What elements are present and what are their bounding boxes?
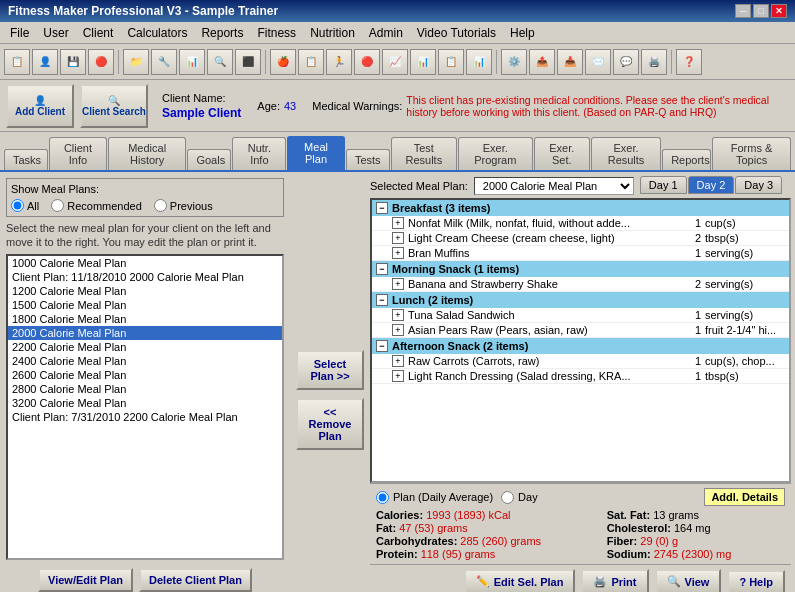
tab-tests[interactable]: Tests: [346, 149, 390, 170]
meal-list-item[interactable]: 2000 Calorie Meal Plan: [8, 326, 282, 340]
print-button[interactable]: 🖨️ Print: [581, 569, 648, 592]
tab-meal-plan[interactable]: Meal Plan: [287, 136, 344, 170]
delete-client-plan-button[interactable]: Delete Client Plan: [139, 568, 252, 592]
row-expand-icon[interactable]: +: [392, 247, 404, 259]
expand-icon[interactable]: −: [376, 263, 388, 275]
toolbar-btn-8[interactable]: 🔍: [207, 49, 233, 75]
tab-exer-results[interactable]: Exer. Results: [591, 137, 661, 170]
edit-sel-plan-button[interactable]: ✏️ Edit Sel. Plan: [464, 569, 576, 592]
radio-all[interactable]: All: [11, 199, 39, 212]
toolbar-btn-5[interactable]: 📁: [123, 49, 149, 75]
tab-tasks[interactable]: Tasks: [4, 149, 48, 170]
meal-list[interactable]: 1000 Calorie Meal PlanClient Plan: 11/18…: [6, 254, 284, 560]
window-controls[interactable]: ─ □ ✕: [735, 4, 787, 18]
tab-client-info[interactable]: Client Info: [49, 137, 107, 170]
toolbar-btn-17[interactable]: 📊: [466, 49, 492, 75]
menu-file[interactable]: File: [4, 24, 35, 42]
row-expand-icon[interactable]: +: [392, 324, 404, 336]
toolbar-btn-7[interactable]: 📊: [179, 49, 205, 75]
menu-video-tutorials[interactable]: Video Tutorials: [411, 24, 502, 42]
toolbar-btn-22[interactable]: 💬: [613, 49, 639, 75]
view-edit-plan-button[interactable]: View/Edit Plan: [38, 568, 133, 592]
tab-nutr-info[interactable]: Nutr. Info: [232, 137, 286, 170]
row-expand-icon[interactable]: +: [392, 217, 404, 229]
toolbar-btn-4[interactable]: 🔴: [88, 49, 114, 75]
toolbar-btn-20[interactable]: 📥: [557, 49, 583, 75]
menu-client[interactable]: Client: [77, 24, 120, 42]
day-tab-1[interactable]: Day 1: [640, 176, 687, 194]
meal-list-item[interactable]: 1500 Calorie Meal Plan: [8, 298, 282, 312]
meal-list-item[interactable]: 2400 Calorie Meal Plan: [8, 354, 282, 368]
view-button[interactable]: 🔍 View: [655, 569, 722, 592]
toolbar-btn-23[interactable]: 🖨️: [641, 49, 667, 75]
plan-radio[interactable]: Plan (Daily Average): [376, 491, 493, 504]
radio-recommended[interactable]: Recommended: [51, 199, 142, 212]
minimize-button[interactable]: ─: [735, 4, 751, 18]
food-section-header[interactable]: −Afternoon Snack (2 items): [372, 338, 789, 354]
menu-user[interactable]: User: [37, 24, 74, 42]
radio-previous[interactable]: Previous: [154, 199, 213, 212]
day-tab-3[interactable]: Day 3: [735, 176, 782, 194]
food-section-header[interactable]: −Breakfast (3 items): [372, 200, 789, 216]
meal-list-item[interactable]: 1000 Calorie Meal Plan: [8, 256, 282, 270]
addl-details-button[interactable]: Addl. Details: [704, 488, 785, 506]
toolbar-btn-12[interactable]: 🏃: [326, 49, 352, 75]
row-expand-icon[interactable]: +: [392, 355, 404, 367]
close-button[interactable]: ✕: [771, 4, 787, 18]
tab-forms-topics[interactable]: Forms & Topics: [712, 137, 791, 170]
meal-list-item[interactable]: Client Plan: 11/18/2010 2000 Calorie Mea…: [8, 270, 282, 284]
menu-fitness[interactable]: Fitness: [251, 24, 302, 42]
food-section-header[interactable]: −Lunch (2 items): [372, 292, 789, 308]
expand-icon[interactable]: −: [376, 340, 388, 352]
client-search-button[interactable]: 🔍 Client Search: [80, 84, 148, 128]
meal-list-item[interactable]: 2800 Calorie Meal Plan: [8, 382, 282, 396]
menu-admin[interactable]: Admin: [363, 24, 409, 42]
toolbar-btn-13[interactable]: 🔴: [354, 49, 380, 75]
toolbar-btn-14[interactable]: 📈: [382, 49, 408, 75]
tab-goals[interactable]: Goals: [187, 149, 231, 170]
expand-icon[interactable]: −: [376, 202, 388, 214]
toolbar-btn-1[interactable]: 📋: [4, 49, 30, 75]
add-client-button[interactable]: 👤 Add Client: [6, 84, 74, 128]
toolbar-btn-21[interactable]: ✉️: [585, 49, 611, 75]
select-plan-button[interactable]: Select Plan >>: [296, 350, 364, 390]
row-expand-icon[interactable]: +: [392, 278, 404, 290]
toolbar-btn-18[interactable]: ⚙️: [501, 49, 527, 75]
toolbar-btn-9[interactable]: ⬛: [235, 49, 261, 75]
tab-exer-program[interactable]: Exer. Program: [458, 137, 533, 170]
meal-list-item[interactable]: Client Plan: 7/31/2010 2200 Calorie Meal…: [8, 410, 282, 424]
toolbar-btn-24[interactable]: ❓: [676, 49, 702, 75]
toolbar-btn-10[interactable]: 🍎: [270, 49, 296, 75]
tab-test-results[interactable]: Test Results: [391, 137, 457, 170]
toolbar-btn-15[interactable]: 📊: [410, 49, 436, 75]
row-expand-icon[interactable]: +: [392, 370, 404, 382]
meal-list-item[interactable]: 1200 Calorie Meal Plan: [8, 284, 282, 298]
row-expand-icon[interactable]: +: [392, 309, 404, 321]
food-section-header[interactable]: −Morning Snack (1 items): [372, 261, 789, 277]
menu-help[interactable]: Help: [504, 24, 541, 42]
meal-list-item[interactable]: 3200 Calorie Meal Plan: [8, 396, 282, 410]
expand-icon[interactable]: −: [376, 294, 388, 306]
toolbar-btn-3[interactable]: 💾: [60, 49, 86, 75]
toolbar-btn-11[interactable]: 📋: [298, 49, 324, 75]
menu-calculators[interactable]: Calculators: [121, 24, 193, 42]
remove-plan-button[interactable]: << Remove Plan: [296, 398, 364, 450]
tab-medical-history[interactable]: Medical History: [108, 137, 187, 170]
selected-plan-dropdown[interactable]: 2000 Calorie Meal Plan: [474, 177, 634, 195]
toolbar-btn-6[interactable]: 🔧: [151, 49, 177, 75]
toolbar-btn-16[interactable]: 📋: [438, 49, 464, 75]
menu-nutrition[interactable]: Nutrition: [304, 24, 361, 42]
meal-list-item[interactable]: 1800 Calorie Meal Plan: [8, 312, 282, 326]
tab-exer-set[interactable]: Exer. Set.: [534, 137, 590, 170]
toolbar-btn-19[interactable]: 📤: [529, 49, 555, 75]
meal-list-item[interactable]: 2200 Calorie Meal Plan: [8, 340, 282, 354]
toolbar-btn-2[interactable]: 👤: [32, 49, 58, 75]
help-button[interactable]: ? Help: [727, 570, 785, 593]
day-radio[interactable]: Day: [501, 491, 538, 504]
maximize-button[interactable]: □: [753, 4, 769, 18]
meal-list-item[interactable]: 2600 Calorie Meal Plan: [8, 368, 282, 382]
day-tab-2[interactable]: Day 2: [688, 176, 735, 194]
menu-reports[interactable]: Reports: [195, 24, 249, 42]
row-expand-icon[interactable]: +: [392, 232, 404, 244]
tab-reports[interactable]: Reports: [662, 149, 711, 170]
